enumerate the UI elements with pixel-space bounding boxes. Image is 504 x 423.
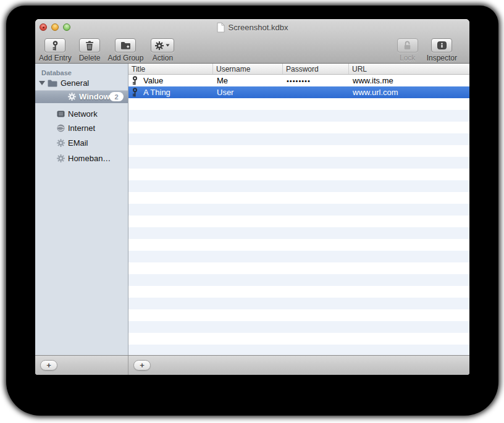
lock-label: Lock bbox=[400, 54, 415, 62]
toolbar-right-group: Lock Inspector bbox=[397, 38, 457, 62]
sidebar-item-homebanking[interactable]: Homeban… bbox=[35, 151, 128, 166]
lock-button[interactable] bbox=[397, 38, 418, 52]
sidebar-section-database: Database bbox=[35, 68, 128, 78]
sidebar: Database General bbox=[35, 64, 128, 355]
key-icon bbox=[52, 41, 59, 51]
action-item: Action bbox=[151, 38, 174, 62]
username-cell: Me bbox=[213, 76, 283, 85]
sidebar-item-general[interactable]: General bbox=[35, 78, 128, 88]
document-icon bbox=[217, 22, 225, 33]
lock-item: Lock bbox=[397, 38, 418, 62]
toolbar-left-group: Add Entry Delete bbox=[39, 38, 174, 62]
table-row[interactable]: Value Me •••••••• www.its.me bbox=[128, 75, 469, 86]
inspector-button[interactable] bbox=[431, 38, 452, 52]
bottom-bar-table-section: + bbox=[128, 356, 469, 375]
key-icon bbox=[132, 76, 138, 85]
action-label: Action bbox=[153, 54, 173, 62]
traffic-lights bbox=[40, 19, 70, 35]
app-window: Screenshot.kdbx Add bbox=[35, 19, 469, 375]
username-cell: User bbox=[213, 88, 283, 97]
main-area: Database General bbox=[35, 64, 469, 355]
add-group-plus-button[interactable]: + bbox=[40, 360, 57, 371]
sidebar-item-windows[interactable]: Windows 2 bbox=[35, 90, 128, 103]
inspector-label: Inspector bbox=[427, 54, 457, 62]
globe-icon bbox=[57, 124, 65, 132]
sidebar-item-label: Homeban… bbox=[68, 154, 111, 163]
trash-icon bbox=[85, 41, 94, 51]
entry-count-badge: 2 bbox=[109, 92, 124, 101]
titlebar[interactable]: Screenshot.kdbx bbox=[35, 19, 469, 35]
folder-icon bbox=[48, 80, 57, 87]
desktop-background: Screenshot.kdbx Add bbox=[0, 0, 504, 423]
add-entry-item: Add Entry bbox=[39, 38, 72, 62]
title-cell: Value bbox=[128, 76, 213, 85]
gear-icon bbox=[155, 41, 164, 50]
add-entry-plus-button[interactable]: + bbox=[133, 360, 151, 371]
column-header-url[interactable]: URL bbox=[349, 64, 469, 74]
table-header: Title Username Password URL bbox=[128, 64, 469, 75]
folder-plus-icon bbox=[120, 41, 131, 49]
gear-icon bbox=[57, 139, 65, 147]
network-icon bbox=[57, 111, 65, 117]
bottom-bar-sidebar-section: + bbox=[35, 356, 128, 375]
add-entry-label: Add Entry bbox=[39, 54, 72, 62]
gear-icon bbox=[57, 154, 65, 162]
caret-down-icon bbox=[166, 44, 170, 47]
delete-label: Delete bbox=[79, 54, 101, 62]
sidebar-item-label: General bbox=[61, 78, 89, 88]
delete-button[interactable] bbox=[79, 38, 100, 52]
sidebar-item-internet[interactable]: Internet bbox=[35, 120, 128, 135]
toolbar: Add Entry Delete bbox=[35, 35, 469, 64]
column-header-title[interactable]: Title bbox=[128, 64, 213, 74]
column-header-password[interactable]: Password bbox=[283, 64, 349, 74]
entry-table: Title Username Password URL bbox=[128, 64, 469, 355]
delete-item: Delete bbox=[79, 38, 101, 62]
bottom-bar: + + bbox=[35, 355, 469, 375]
sidebar-item-label: EMail bbox=[68, 138, 88, 148]
minimize-button[interactable] bbox=[51, 23, 59, 31]
entry-title: A Thing bbox=[143, 88, 170, 97]
disclosure-triangle-icon[interactable] bbox=[39, 81, 45, 85]
table-row-selected[interactable]: A Thing User www.url.com bbox=[128, 86, 469, 98]
sidebar-item-network[interactable]: Network bbox=[35, 107, 128, 120]
add-group-label: Add Group bbox=[107, 54, 143, 62]
key-icon bbox=[132, 88, 138, 97]
inspector-item: Inspector bbox=[427, 38, 457, 62]
sidebar-item-email[interactable]: EMail bbox=[35, 135, 128, 151]
gear-icon bbox=[68, 93, 76, 101]
inspector-icon bbox=[437, 41, 447, 49]
sidebar-item-label: Internet bbox=[68, 124, 95, 133]
zoom-button[interactable] bbox=[63, 23, 70, 31]
title-cell: A Thing bbox=[128, 88, 213, 97]
password-cell: •••••••• bbox=[283, 77, 349, 85]
window-title: Screenshot.kdbx bbox=[229, 23, 288, 32]
add-entry-button[interactable] bbox=[44, 38, 65, 52]
title-area: Screenshot.kdbx bbox=[217, 19, 288, 35]
entry-title: Value bbox=[143, 76, 163, 85]
table-body: Value Me •••••••• www.its.me bbox=[128, 75, 469, 355]
column-header-username[interactable]: Username bbox=[213, 64, 283, 74]
add-group-button[interactable] bbox=[115, 38, 136, 52]
close-button[interactable] bbox=[40, 23, 47, 31]
lock-open-icon bbox=[403, 41, 411, 50]
url-cell: www.url.com bbox=[349, 88, 469, 97]
url-cell: www.its.me bbox=[349, 76, 469, 85]
sidebar-item-label: Network bbox=[68, 109, 98, 119]
action-button[interactable] bbox=[151, 38, 174, 52]
add-group-item: Add Group bbox=[107, 38, 143, 62]
window-chrome: Screenshot.kdbx Add bbox=[35, 19, 469, 64]
